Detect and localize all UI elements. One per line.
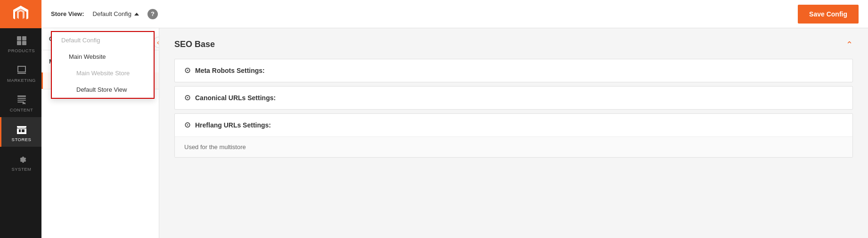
dropdown-item-default-store-view[interactable]: Default Store View [52,81,154,98]
sidebar: PRODUCTS MARKETING CONTENT STORES SYSTEM [0,0,41,238]
sidebar-item-stores[interactable]: STORES [0,117,41,147]
svg-rect-1 [22,36,26,40]
sidebar-item-content-label: CONTENT [10,107,33,112]
svg-rect-0 [17,36,21,40]
selected-store-text: Default Config [93,10,131,17]
store-view-container: Store View: Default Config ? Default Con… [51,8,158,19]
hreflang-urls-info: Used for the multistore [175,136,852,157]
section-title: SEO Base [174,40,215,49]
hreflang-urls-info-text: Used for the multistore [184,143,246,151]
sidebar-item-marketing[interactable]: MARKETING [0,58,41,87]
meta-robots-circle-icon: ⊙ [184,66,190,75]
right-panel: SEO Base ⌃ ⊙ Meta Robots Settings: ⊙ Can… [159,28,868,238]
hreflang-urls-circle-icon: ⊙ [184,120,190,129]
svg-rect-6 [17,100,26,101]
store-view-select[interactable]: Default Config [89,8,143,19]
accordion-meta-robots: ⊙ Meta Robots Settings: [174,59,853,82]
body-area: CATALOG › MAGEWORX ∧ SEO « [41,28,868,238]
stores-icon [16,124,27,135]
magento-logo[interactable] [0,0,41,28]
svg-rect-4 [17,95,26,97]
sidebar-item-products[interactable]: PRODUCTS [0,28,41,58]
store-view-dropdown: Default Config Main Website Main Website… [51,31,155,99]
hreflang-urls-label: Hreflang URLs Settings: [195,121,271,129]
accordion-header-canonical-urls[interactable]: ⊙ Canonical URLs Settings: [175,87,852,109]
canonical-urls-label: Canonical URLs Settings: [195,94,276,102]
svg-rect-7 [17,102,24,103]
accordion-header-hreflang-urls[interactable]: ⊙ Hreflang URLs Settings: [175,114,852,136]
section-collapse-icon[interactable]: ⌃ [846,40,853,49]
sidebar-item-marketing-label: MARKETING [7,78,36,83]
accordion-header-meta-robots[interactable]: ⊙ Meta Robots Settings: [175,59,852,82]
accordion-canonical-urls: ⊙ Canonical URLs Settings: [174,86,853,110]
marketing-icon [16,64,27,76]
sidebar-item-products-label: PRODUCTS [8,48,35,53]
meta-robots-label: Meta Robots Settings: [195,67,265,74]
save-config-button[interactable]: Save Config [798,5,859,24]
products-icon [16,35,27,46]
sidebar-item-content[interactable]: CONTENT [0,87,41,117]
main-area: Store View: Default Config ? Default Con… [41,0,868,238]
dropdown-item-main-website[interactable]: Main Website [52,48,154,65]
content-icon [16,94,27,105]
svg-rect-5 [17,98,26,99]
section-title-bar: SEO Base ⌃ [174,40,853,49]
sidebar-item-system[interactable]: SYSTEM [0,147,41,176]
system-icon [16,153,27,165]
svg-rect-3 [22,41,26,45]
sidebar-item-stores-label: STORES [12,137,32,142]
help-icon[interactable]: ? [147,9,158,19]
dropdown-item-default-config[interactable]: Default Config [52,32,154,48]
dropdown-item-main-website-store[interactable]: Main Website Store [52,65,154,81]
store-view-label: Store View: [51,10,84,17]
accordion-hreflang-urls: ⊙ Hreflang URLs Settings: Used for the m… [174,113,853,158]
svg-rect-2 [17,41,21,45]
chevron-up-icon [134,13,139,16]
canonical-urls-circle-icon: ⊙ [184,93,190,102]
header: Store View: Default Config ? Default Con… [41,0,868,28]
sidebar-item-system-label: SYSTEM [11,167,31,172]
